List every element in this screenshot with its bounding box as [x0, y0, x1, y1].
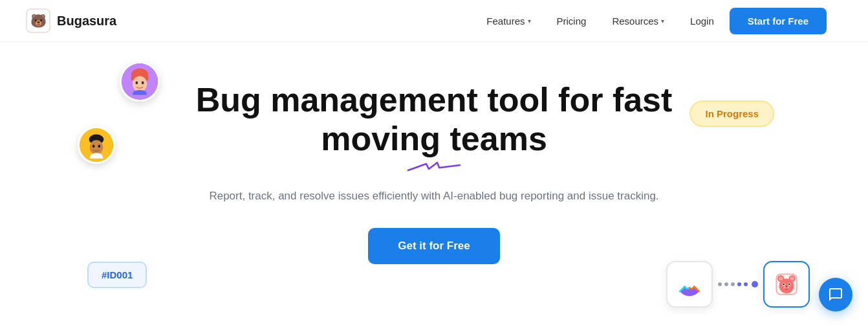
svg-point-23 [785, 286, 788, 288]
chat-bubble-button[interactable] [819, 278, 852, 311]
lightning-decoration [169, 161, 699, 175]
nav-login[interactable]: Login [680, 10, 724, 32]
hero-title: Bug management tool for fast moving team… [169, 81, 699, 159]
in-progress-badge: In Progress [689, 100, 774, 127]
bugasura-integration-box [763, 261, 810, 308]
resources-chevron-icon: ▾ [661, 17, 664, 25]
avatar-female-icon [122, 63, 158, 100]
brand-name: Bugasura [57, 14, 116, 28]
dot-1 [718, 282, 722, 286]
svg-point-11 [98, 145, 100, 148]
svg-point-21 [788, 284, 790, 286]
get-it-free-button[interactable]: Get it for Free [368, 228, 499, 264]
avatar-mid-left [78, 126, 115, 164]
connector-line [713, 281, 763, 288]
dot-3 [731, 282, 735, 286]
nav-cta-button[interactable]: Start for Free [730, 8, 827, 34]
nav-resources[interactable]: Resources ▾ [602, 10, 675, 32]
dot-5 [744, 282, 748, 286]
avatar-top-left [120, 62, 160, 102]
nav-features[interactable]: Features ▾ [476, 10, 541, 32]
dot-4 [737, 282, 741, 286]
dot-2 [724, 282, 728, 286]
integration-strip [666, 261, 810, 308]
svg-point-3 [133, 76, 147, 92]
nav-links: Features ▾ Pricing Resources ▾ Login Sta… [476, 8, 827, 34]
svg-point-4 [135, 82, 138, 85]
hero-content: Bug management tool for fast moving team… [169, 81, 699, 264]
navbar: 🐻 Bugasura Features ▾ Pricing Resources … [0, 0, 868, 42]
logo-link[interactable]: 🐻 Bugasura [26, 8, 116, 33]
features-chevron-icon: ▾ [528, 17, 531, 25]
id-badge: #ID001 [87, 262, 147, 288]
logo-icon: 🐻 [26, 8, 50, 33]
hero-section: In Progress #ID001 [0, 42, 868, 327]
avatar-male-icon [80, 128, 113, 162]
svg-point-10 [92, 145, 94, 148]
svg-point-20 [783, 284, 785, 286]
svg-point-9 [90, 140, 103, 155]
svg-point-5 [142, 82, 144, 85]
arrow-dot [752, 281, 758, 288]
chat-icon [828, 287, 843, 302]
nav-pricing[interactable]: Pricing [547, 10, 597, 32]
hero-subtitle: Report, track, and resolve issues effici… [169, 187, 699, 205]
clickup-integration-box [666, 261, 713, 308]
